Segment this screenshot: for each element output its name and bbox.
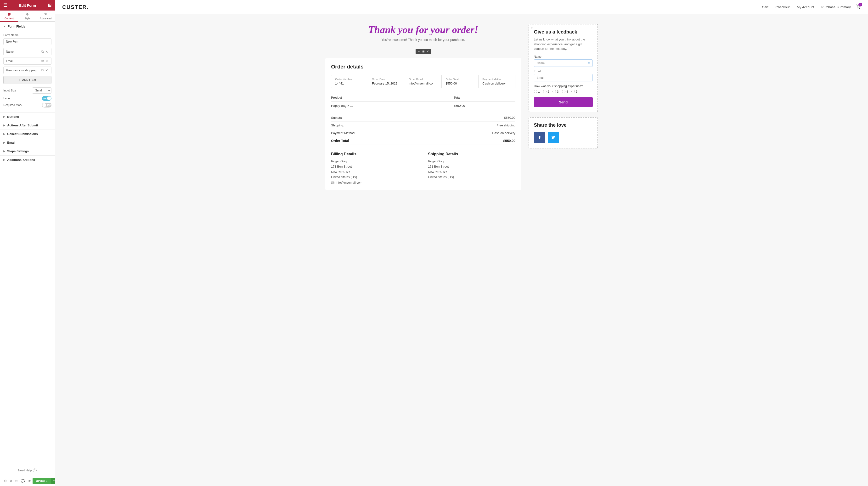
order-meta-number-label: Order Number xyxy=(335,78,364,81)
required-mark-toggle[interactable]: HIDE xyxy=(42,103,52,108)
rating-label-4: 4 xyxy=(566,90,568,93)
shipping-title: Shipping Details xyxy=(428,152,516,156)
svg-point-5 xyxy=(858,8,858,9)
widget-bar: ← ⊞ ✕ xyxy=(415,49,431,54)
feedback-box: ⊞ Give us a feedback Let us know what yo… xyxy=(529,24,598,112)
rating-label-5: 5 xyxy=(576,90,578,93)
update-button[interactable]: UPDATE xyxy=(33,478,51,484)
required-mark-state: HIDE xyxy=(45,104,51,106)
eye-footer-icon[interactable]: 👁 xyxy=(26,478,33,484)
summary-shipping-label: Shipping: xyxy=(331,124,344,127)
form-name-input[interactable] xyxy=(3,38,52,45)
form-fields-content: Form Name Name ⧉ ✕ Email ⧉ ✕ How was you… xyxy=(0,31,55,112)
field-copy-shopping[interactable]: ⧉ xyxy=(41,68,44,72)
need-help-link[interactable]: Need Help ? xyxy=(0,465,55,476)
help-icon: ? xyxy=(33,468,37,473)
section-actions-label: Actions After Submit xyxy=(7,124,38,127)
field-delete-email[interactable]: ✕ xyxy=(44,59,49,63)
input-size-select[interactable]: Small Medium Large xyxy=(32,87,52,94)
order-table: Product Total Happy Bag × 10 $550.00 xyxy=(331,94,516,110)
rating-option-5[interactable]: 5 xyxy=(571,90,578,93)
layers-footer-icon[interactable]: ⧉ xyxy=(8,478,13,484)
billing-email: info@myemail.com xyxy=(336,181,363,184)
settings-footer-icon[interactable]: ⚙ xyxy=(2,478,8,484)
comments-footer-icon[interactable]: 💬 xyxy=(20,478,26,484)
label-toggle-label: Label xyxy=(3,97,42,100)
order-meta-email-label: Order Email xyxy=(409,78,438,81)
field-row-email-label: Email xyxy=(6,59,41,63)
section-additional[interactable]: ▶ Additional Options xyxy=(0,155,55,164)
feedback-name-input[interactable] xyxy=(534,59,593,67)
order-meta-number: Order Number 14441 xyxy=(331,75,368,88)
feedback-email-input[interactable] xyxy=(534,74,593,82)
rating-radio-4 xyxy=(562,90,565,93)
form-name-label: Form Name xyxy=(3,33,52,37)
field-copy-name[interactable]: ⧉ xyxy=(41,50,44,54)
nav-checkout[interactable]: Checkout xyxy=(776,5,790,9)
tab-style[interactable]: Style xyxy=(18,10,36,22)
facebook-share-button[interactable] xyxy=(534,132,545,143)
panel-title: Edit Form xyxy=(19,3,36,7)
svg-rect-1 xyxy=(8,14,10,14)
name-edit-icon[interactable]: ✏ xyxy=(588,61,591,65)
shipping-block: Shipping Details Roger Gray 171 Ben Stre… xyxy=(428,152,516,184)
add-item-label: ADD ITEM xyxy=(22,78,36,82)
order-meta-total-label: Order Total xyxy=(445,78,474,81)
update-caret[interactable]: ▼ xyxy=(51,478,55,484)
order-meta-payment: Payment Method Cash on delivery xyxy=(478,75,515,88)
summary-payment-label: Payment Method xyxy=(331,131,354,135)
section-email-label: Email xyxy=(7,141,16,144)
form-fields-section[interactable]: ▼ Form Fields xyxy=(0,22,55,31)
nav-purchase-summary[interactable]: Purchase Summary xyxy=(821,5,851,9)
twitter-share-button[interactable] xyxy=(548,132,559,143)
rating-options: 1 2 3 4 5 xyxy=(534,90,593,93)
rating-option-1[interactable]: 1 xyxy=(534,90,540,93)
label-toggle[interactable]: SHOW xyxy=(42,96,52,101)
share-title: Share the love xyxy=(534,122,593,128)
section-email[interactable]: ▶ Email xyxy=(0,138,55,147)
share-buttons xyxy=(534,132,593,143)
cart-icon-wrap[interactable]: 0 xyxy=(856,4,861,10)
section-steps[interactable]: ▶ Steps Settings xyxy=(0,147,55,155)
rating-label-3: 3 xyxy=(557,90,558,93)
billing-country: United States (US) xyxy=(331,175,357,179)
col-total: Total xyxy=(454,94,516,101)
field-delete-shopping[interactable]: ✕ xyxy=(44,68,49,72)
add-item-button[interactable]: + ADD ITEM xyxy=(3,76,52,84)
tab-advanced[interactable]: Advanced xyxy=(37,10,55,22)
widget-move-icon[interactable]: ← xyxy=(417,50,421,53)
grid-icon[interactable]: ⊞ xyxy=(48,3,52,8)
field-copy-email[interactable]: ⧉ xyxy=(41,59,44,63)
field-row-name-label: Name xyxy=(6,50,41,53)
rating-option-4[interactable]: 4 xyxy=(562,90,568,93)
summary-subtotal-value: $550.00 xyxy=(504,116,516,119)
col-product: Product xyxy=(331,94,454,101)
nav-cart[interactable]: Cart xyxy=(762,5,768,9)
panel-footer: ⚙ ⧉ ↺ 💬 👁 UPDATE ▼ xyxy=(0,476,55,486)
tab-content[interactable]: Content xyxy=(0,10,18,22)
billing-block: Billing Details Roger Gray 171 Ben Stree… xyxy=(331,152,418,184)
widget-close-icon[interactable]: ✕ xyxy=(427,50,429,53)
menu-icon[interactable]: ☰ xyxy=(3,3,7,8)
send-button[interactable]: Send xyxy=(534,97,593,107)
nav-my-account[interactable]: My Account xyxy=(797,5,814,9)
order-meta-total-value: $550.00 xyxy=(445,82,474,85)
rating-option-3[interactable]: 3 xyxy=(553,90,558,93)
rating-option-2[interactable]: 2 xyxy=(543,90,549,93)
section-collect-submissions[interactable]: ▶ Collect Submissions xyxy=(0,129,55,138)
top-nav: CUSTER. Cart Checkout My Account Purchas… xyxy=(55,0,868,14)
cart-badge: 0 xyxy=(859,3,862,6)
billing-name: Roger Gray xyxy=(331,159,347,163)
history-footer-icon[interactable]: ↺ xyxy=(13,478,20,484)
required-mark-row: Required Mark HIDE xyxy=(3,103,52,108)
field-delete-name[interactable]: ✕ xyxy=(44,50,49,54)
section-buttons[interactable]: ▶ Buttons xyxy=(0,112,55,121)
site-logo: CUSTER. xyxy=(62,4,89,10)
feedback-drag-handle[interactable]: ⊞ xyxy=(531,26,533,30)
label-toggle-state: SHOW xyxy=(43,97,50,100)
order-details-title: Order details xyxy=(331,64,516,70)
widget-grid-icon[interactable]: ⊞ xyxy=(422,50,425,53)
rating-radio-2 xyxy=(543,90,547,93)
section-actions-after-submit[interactable]: ▶ Actions After Submit xyxy=(0,121,55,129)
nav-links: Cart Checkout My Account Purchase Summar… xyxy=(762,5,851,9)
